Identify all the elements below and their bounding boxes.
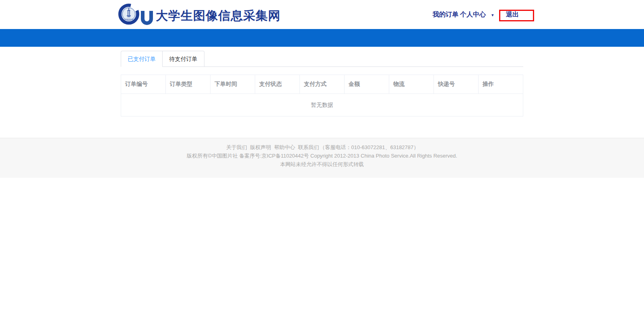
emblem-text: XINHUA [124,18,134,21]
orders-panel: 已支付订单 待支付订单 订单编号 订单类型 下单时间 支付状态 支付方式 金额 … [121,47,523,116]
blue-banner [0,29,644,47]
footer-link-about[interactable]: 关于我们 [226,144,247,150]
col-actions: 操作 [479,75,523,94]
orders-table: 订单编号 订单类型 下单时间 支付状态 支付方式 金额 物流 快递号 操作 暂无… [121,75,523,116]
empty-data-text: 暂无数据 [121,94,523,116]
site-header: XINHUA 大学生图像信息采集网 我的订单 个人中心 ▾ 退出 [0,0,644,29]
empty-row: 暂无数据 [121,94,523,116]
footer-links-line: 关于我们 版权声明 帮助中心 联系我们（客服电话：010-63072281、63… [0,143,644,152]
nav-personal-center[interactable]: 个人中心 [460,0,486,29]
footer-link-copyright[interactable]: 版权声明 [250,144,271,150]
nav-my-orders[interactable]: 我的订单 [433,0,458,29]
logo-letter-u [141,11,153,25]
footer-link-help[interactable]: 帮助中心 [274,144,295,150]
site-logo[interactable]: XINHUA 大学生图像信息采集网 [118,3,281,25]
site-title: 大学生图像信息采集网 [156,8,281,24]
site-footer: 关于我们 版权声明 帮助中心 联系我们（客服电话：010-63072281、63… [0,138,644,178]
col-order-number: 订单编号 [121,75,166,94]
nav-logout-button[interactable]: 退出 [506,0,519,29]
chevron-down-icon[interactable]: ▾ [491,0,494,29]
col-payment-status: 支付状态 [255,75,300,94]
col-order-time: 下单时间 [211,75,255,94]
footer-copyright-line: 版权所有©中国图片社 备案序号:京ICP备11020442号 Copyright… [0,152,644,160]
footer-link-contact[interactable]: 联系我们 [298,144,319,150]
col-tracking-no: 快递号 [434,75,479,94]
tab-unpaid-orders[interactable]: 待支付订单 [163,51,204,67]
col-logistics: 物流 [389,75,434,94]
order-tabs: 已支付订单 待支付订单 [121,51,523,67]
table-header-row: 订单编号 订单类型 下单时间 支付状态 支付方式 金额 物流 快递号 操作 [121,75,523,94]
col-amount: 金额 [345,75,389,94]
xinhua-emblem-icon: XINHUA [118,3,140,25]
footer-service-phone: （客服电话：010-63072281、63182787） [320,144,419,150]
col-order-type: 订单类型 [166,75,211,94]
tab-paid-orders[interactable]: 已支付订单 [121,51,163,67]
footer-notice-line: 本网站未经允许不得以任何形式转载 [0,160,644,168]
col-payment-method: 支付方式 [300,75,345,94]
